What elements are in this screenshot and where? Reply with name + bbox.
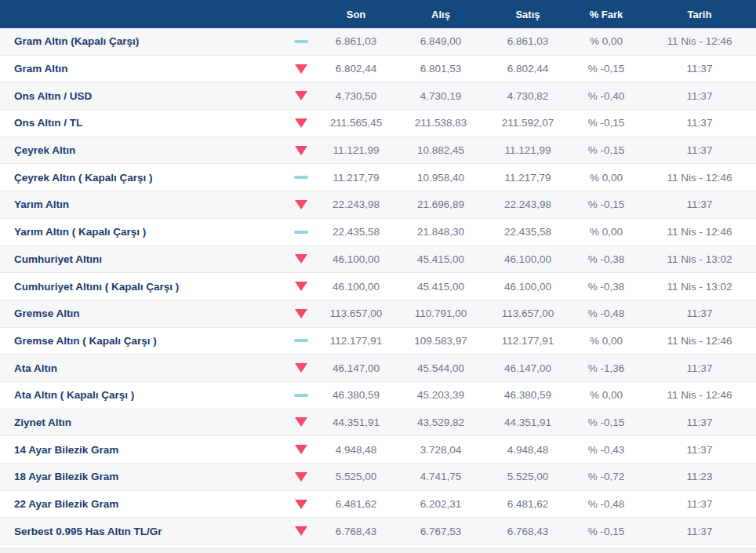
dash-icon [294, 40, 308, 43]
trend-cell [285, 445, 317, 454]
table-row[interactable]: Gremse Altın ( Kapalı Çarşı ) 112.177,91… [0, 328, 756, 355]
buy-price: 6.849,00 [395, 35, 486, 47]
update-time: 11:37 [643, 198, 756, 210]
sell-price: 6.802,44 [486, 63, 569, 75]
update-time: 11:37 [643, 498, 756, 510]
gold-prices-table: Son Alış Satış % Fark Tarih Gram Altın (… [0, 0, 756, 553]
instrument-name[interactable]: Cumhuriyet Altını ( Kapalı Çarşı ) [0, 281, 285, 293]
instrument-name[interactable]: 22 Ayar Bilezik Gram [0, 498, 285, 510]
update-time: 11:37 [643, 90, 756, 102]
sell-price: 4.730,82 [486, 90, 569, 102]
sell-price: 5.525,00 [486, 471, 569, 482]
triangle-down-icon [295, 118, 307, 128]
instrument-name[interactable]: Cumhuriyet Altını [0, 253, 285, 265]
trend-cell [285, 363, 317, 373]
table-row[interactable]: 14 Ayar Bilezik Gram 4.948,48 3.728,04 4… [0, 436, 756, 464]
triangle-down-icon [295, 472, 307, 482]
table-row[interactable]: Ata Altın ( Kapalı Çarşı ) 46.380,59 45.… [0, 382, 756, 409]
table-row[interactable]: Ziynet Altın 44.351,91 43.529,82 44.351,… [0, 409, 756, 437]
instrument-name[interactable]: Yarım Altın [0, 198, 285, 210]
trend-cell [285, 417, 317, 427]
instrument-name[interactable]: Gram Altın (Kapalı Çarşı) [0, 35, 285, 47]
instrument-name[interactable]: Ziynet Altın [0, 417, 285, 428]
last-price: 6.481,62 [317, 498, 395, 510]
change-percent: % -0,15 [569, 117, 643, 129]
change-percent: % -0,43 [569, 444, 643, 456]
sell-price: 11.217,79 [486, 172, 569, 184]
table-row[interactable]: Cumhuriyet Altını 46.100,00 45.415,00 46… [0, 246, 756, 274]
last-price: 46.380,59 [317, 389, 395, 401]
update-time: 11 Nis - 13:02 [643, 253, 756, 265]
instrument-name[interactable]: Ata Altın [0, 362, 285, 374]
buy-price: 10.882,45 [395, 144, 486, 156]
update-time: 11 Nis - 12:46 [643, 335, 756, 347]
update-time: 11:37 [643, 307, 756, 319]
sell-price: 11.121,99 [486, 144, 569, 156]
table-row[interactable]: Ons Altın / USD 4.730,50 4.730,19 4.730,… [0, 82, 756, 110]
triangle-down-icon [295, 254, 307, 264]
instrument-name[interactable]: Ons Altın / USD [0, 90, 285, 102]
table-row[interactable]: Ons Altın / TL 211.565,45 211.538,83 211… [0, 110, 756, 137]
trend-cell [285, 309, 317, 318]
update-time: 11 Nis - 13:02 [643, 281, 756, 293]
instrument-name[interactable]: Ons Altın / TL [0, 117, 285, 129]
last-price: 46.147,00 [317, 362, 395, 374]
table-row[interactable]: Gremse Altın 113.657,00 110.791,00 113.6… [0, 300, 756, 328]
instrument-name[interactable]: 18 Ayar Bilezik Gram [0, 471, 285, 482]
change-percent: % 0,00 [569, 172, 643, 184]
last-price: 4.730,50 [317, 90, 395, 102]
change-percent: % -0,48 [569, 307, 643, 319]
last-price: 11.217,79 [317, 172, 395, 184]
table-row[interactable]: Ata Altın 46.147,00 45.544,00 46.147,00 … [0, 355, 756, 382]
instrument-name[interactable]: Çeyrek Altın [0, 144, 285, 156]
instrument-name[interactable]: 14 Ayar Bilezik Gram [0, 444, 285, 456]
update-time: 11:37 [643, 444, 756, 456]
instrument-name[interactable]: Çeyrek Altın ( Kapalı Çarşı ) [0, 172, 285, 184]
table-row[interactable]: Yarım Altın ( Kapalı Çarşı ) 22.435,58 2… [0, 219, 756, 246]
buy-price: 4.741,75 [395, 471, 486, 482]
buy-price: 45.415,00 [395, 281, 486, 293]
header-satis: Satış [486, 9, 569, 20]
last-price: 4.948,48 [317, 444, 395, 456]
last-price: 46.100,00 [317, 281, 395, 293]
update-time: 11:37 [643, 362, 756, 374]
change-percent: % 0,00 [569, 226, 643, 238]
last-price: 11.121,99 [317, 144, 395, 156]
table-row[interactable]: Yarım Altın 22.243,98 21.696,89 22.243,9… [0, 191, 756, 219]
last-price: 6.768,43 [317, 526, 395, 537]
update-time: 11:37 [643, 63, 756, 75]
table-row[interactable]: Cumhuriyet Altını ( Kapalı Çarşı ) 46.10… [0, 273, 756, 300]
triangle-down-icon [295, 445, 307, 454]
table-row[interactable]: Çeyrek Altın 11.121,99 10.882,45 11.121,… [0, 137, 756, 165]
trend-cell [285, 500, 317, 509]
last-price: 6.861,03 [317, 35, 395, 47]
table-row[interactable]: Gram Altın (Kapalı Çarşı) 6.861,03 6.849… [0, 28, 756, 56]
change-percent: % 0,00 [569, 35, 643, 47]
buy-price: 43.529,82 [395, 417, 486, 428]
table-row[interactable]: Serbest 0.995 Has Altın TL/Gr 6.768,43 6… [0, 518, 756, 545]
sell-price: 6.861,03 [486, 35, 569, 47]
last-price: 113.657,00 [317, 307, 395, 319]
buy-price: 6.767,53 [395, 526, 486, 537]
change-percent: % -0,15 [569, 417, 643, 428]
instrument-name[interactable]: Gremse Altın [0, 307, 285, 319]
trend-cell [285, 118, 317, 128]
header-alis: Alış [395, 9, 486, 20]
sell-price: 112.177,91 [486, 335, 569, 347]
instrument-name[interactable]: Ata Altın ( Kapalı Çarşı ) [0, 389, 285, 401]
table-row[interactable]: Gram Altın 6.802,44 6.801,53 6.802,44 % … [0, 56, 756, 83]
table-row[interactable]: Çeyrek Altın ( Kapalı Çarşı ) 11.217,79 … [0, 164, 756, 191]
instrument-name[interactable]: Gremse Altın ( Kapalı Çarşı ) [0, 335, 285, 347]
instrument-name[interactable]: Serbest 0.995 Has Altın TL/Gr [0, 526, 285, 537]
table-row[interactable]: 22 Ayar Bilezik Gram 6.481,62 6.202,31 6… [0, 491, 756, 518]
instrument-name[interactable]: Gram Altın [0, 63, 285, 75]
change-percent: % -0,15 [569, 144, 643, 156]
update-time: 11 Nis - 12:46 [643, 35, 756, 47]
table-row[interactable]: 18 Ayar Bilezik Gram 5.525,00 4.741,75 5… [0, 464, 756, 491]
triangle-down-icon [295, 200, 307, 209]
instrument-name[interactable]: Yarım Altın ( Kapalı Çarşı ) [0, 226, 285, 238]
buy-price: 45.415,00 [395, 253, 486, 265]
sell-price: 46.100,00 [486, 253, 569, 265]
trend-cell [285, 394, 317, 397]
trend-cell [285, 64, 317, 74]
